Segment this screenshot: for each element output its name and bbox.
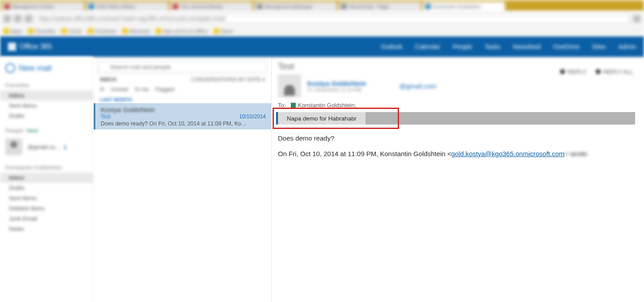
plus-icon xyxy=(5,63,15,73)
message-subject: Test xyxy=(101,113,110,120)
list-header: INBOX CONVERSATIONS BY DATE ▾ xyxy=(94,76,271,85)
message-list-pane: INBOX CONVERSATIONS BY DATE ▾ ✉ Unread T… xyxy=(94,57,272,302)
sidebar-folder-deleted[interactable]: Deleted Items xyxy=(0,203,93,213)
list-section-header: LAST MONTH xyxy=(94,95,271,103)
to-label: To: xyxy=(278,102,285,109)
brand-label: Office 365 xyxy=(20,43,52,51)
new-mail-button[interactable]: New mail xyxy=(0,60,93,76)
new-mail-label: New mail xyxy=(19,64,52,73)
nav-onedrive[interactable]: OneDrive xyxy=(553,43,579,50)
sidebar-folder-inbox[interactable]: Inbox xyxy=(0,173,93,183)
message-date: 10/10/2014 xyxy=(239,113,266,120)
address-bar: https://outlook.office365.com/owa/?realm… xyxy=(0,12,644,26)
sidebar-folder-sent[interactable]: Sent Items xyxy=(0,193,93,203)
addin-bar: Napa demo for Habrahabr xyxy=(276,112,635,125)
nav-sites[interactable]: Sites xyxy=(592,43,606,50)
reading-pane: Test REPLY REPLY ALL Kostya Goldshtein F… xyxy=(272,57,644,302)
message-body: Does demo ready? On Fri, Oct 10, 2014 at… xyxy=(278,134,635,157)
folder-label: INBOX xyxy=(100,77,117,83)
o365-header: Office 365 Outlook Calendar People Tasks… xyxy=(0,36,644,57)
quoted-email-link[interactable]: gold.kostya@kgo365.onmicrosoft.com xyxy=(451,150,565,157)
nav-admin[interactable]: Admin xyxy=(618,43,636,50)
sidebar-folder-notes[interactable]: Notes xyxy=(0,224,93,234)
filter-flagged[interactable]: Flagged xyxy=(155,86,174,93)
avatar[interactable] xyxy=(5,138,22,155)
presence-icon xyxy=(291,103,296,108)
browser-tab[interactable]: Managment pathways xyxy=(254,2,337,12)
search-input[interactable] xyxy=(98,60,267,73)
filter-unread[interactable]: Unread xyxy=(110,86,128,93)
contact-email[interactable]: @gmail.co… xyxy=(28,144,61,150)
tab-strip: Managment Center OSS Sales Status The Jo… xyxy=(0,0,644,12)
back-icon[interactable] xyxy=(4,15,11,22)
unread-badge: 1 xyxy=(64,144,67,150)
sender-email[interactable]: @gmail.com xyxy=(399,82,437,90)
quoted-header: On Fri, Oct 10, 2014 at 11:09 PM, Konsta… xyxy=(278,150,635,157)
sidebar-people-title[interactable]: People New xyxy=(0,125,93,136)
forward-icon[interactable] xyxy=(14,15,21,22)
bookmark-item[interactable]: Sign up for an Office xyxy=(156,28,208,34)
nav-newsfeed[interactable]: Newsfeed xyxy=(513,43,541,50)
sidebar-folder-drafts[interactable]: Drafts xyxy=(0,183,93,193)
browser-tab[interactable]: OSS Sales Status xyxy=(86,2,168,12)
message-preview: Does demo ready? On Fri, Oct 10, 2014 at… xyxy=(101,121,266,127)
recipients-row: To: Konstantin Goldshtein; xyxy=(278,102,635,109)
sidebar-folder-junk[interactable]: Junk Email xyxy=(0,213,93,224)
o365-nav: Outlook Calendar People Tasks Newsfeed O… xyxy=(381,43,636,50)
filter-all-icon[interactable]: ✉ xyxy=(100,86,104,93)
sender-block: Kostya Goldshtein Fri 10/10/2014 11:10 P… xyxy=(278,74,635,97)
sort-label[interactable]: CONVERSATIONS BY DATE ▾ xyxy=(191,77,265,83)
browser-chrome: Managment Center OSS Sales Status The Jo… xyxy=(0,0,644,36)
body-line: Does demo ready? xyxy=(278,134,635,142)
bookmark-item[interactable]: Sport xyxy=(214,28,232,34)
bookmark-item[interactable]: Favorites xyxy=(28,28,55,34)
bookmark-item[interactable]: Microsoft xyxy=(122,28,150,34)
bookmark-item[interactable]: Facebook xyxy=(88,28,116,34)
bookmarks-bar: Apps Favorites Cloud Facebook Microsoft … xyxy=(0,26,644,36)
filter-tome[interactable]: To me xyxy=(134,86,149,93)
menu-icon[interactable] xyxy=(633,15,640,22)
browser-tab-active[interactable]: Konstantin Goldshtein xyxy=(423,2,505,12)
message-list-item[interactable]: Kostya Goldshtein Test 10/10/2014 Does d… xyxy=(94,103,271,129)
nav-tasks[interactable]: Tasks xyxy=(485,43,501,50)
sidebar-account-title[interactable]: Konstantin Goldshtein xyxy=(0,162,93,173)
nav-outlook[interactable]: Outlook xyxy=(381,43,402,50)
app-main: New mail Favorites Inbox Sent Items Draf… xyxy=(0,57,644,302)
sidebar-item-inbox[interactable]: Inbox xyxy=(0,90,93,101)
reload-icon[interactable] xyxy=(25,15,32,22)
browser-tab[interactable]: Managment Center xyxy=(2,2,84,12)
nav-people[interactable]: People xyxy=(452,43,472,50)
addin-bar-wrapper: Napa demo for Habrahabr xyxy=(276,112,635,125)
sidebar: New mail Favorites Inbox Sent Items Draf… xyxy=(0,57,94,302)
avatar xyxy=(278,74,301,97)
nav-calendar[interactable]: Calendar xyxy=(415,43,440,50)
recipient-name[interactable]: Konstantin Goldshtein; xyxy=(298,102,356,109)
bookmark-item[interactable]: Cloud xyxy=(61,28,82,34)
message-from: Kostya Goldshtein xyxy=(101,106,266,113)
grid-icon xyxy=(8,43,16,51)
list-filters: ✉ Unread To me Flagged xyxy=(94,85,271,95)
sender-timestamp: Fri 10/10/2014 11:10 PM xyxy=(307,87,367,93)
search-box xyxy=(98,60,267,73)
sidebar-item-sent[interactable]: Sent Items xyxy=(0,101,93,111)
sidebar-favorites-title[interactable]: Favorites xyxy=(0,80,93,90)
sender-name[interactable]: Kostya Goldshtein xyxy=(307,80,367,87)
browser-tab[interactable]: The Journal (Read) xyxy=(170,2,253,12)
bookmark-item[interactable]: Apps xyxy=(4,28,22,34)
browser-tab[interactable]: Second tab · Page xyxy=(338,2,421,12)
sidebar-item-drafts[interactable]: Drafts xyxy=(0,111,93,121)
addin-tab-napa[interactable]: Napa demo for Habrahabr xyxy=(276,112,366,125)
url-input[interactable]: https://outlook.office365.com/owa/?realm… xyxy=(36,14,630,24)
o365-logo[interactable]: Office 365 xyxy=(8,43,52,51)
